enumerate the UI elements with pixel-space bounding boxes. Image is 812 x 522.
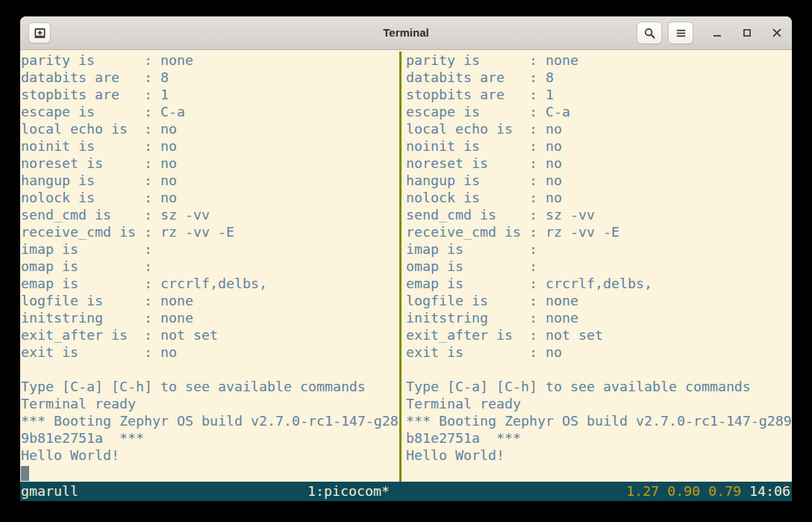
terminal-screen[interactable]: parity is : none databits are : 8 stopbi…: [20, 50, 792, 501]
search-button[interactable]: [637, 22, 662, 44]
pane-left-output[interactable]: parity is : none databits are : 8 stopbi…: [21, 52, 400, 464]
load-average: 1.27 0.90 0.79: [626, 483, 741, 499]
tmux-status-bar: gmarull 1:picocom* 1.27 0.90 0.7914:06: [20, 482, 792, 501]
titlebar-controls: [637, 22, 789, 44]
search-icon: [643, 27, 656, 40]
maximize-icon: [741, 27, 753, 39]
terminal-cursor: [21, 466, 29, 481]
status-right: 1.27 0.90 0.7914:06: [626, 482, 790, 500]
clock: 14:06: [749, 483, 790, 499]
minimize-button[interactable]: [705, 22, 729, 43]
titlebar[interactable]: Terminal: [20, 16, 792, 50]
pane-right-output[interactable]: parity is : none databits are : 8 stopbi…: [406, 52, 792, 464]
maximize-button[interactable]: [735, 22, 759, 43]
menu-button[interactable]: [668, 22, 693, 44]
terminal-window: Terminal: [20, 16, 792, 501]
minimize-icon: [711, 27, 723, 39]
window-list-item[interactable]: 1:picocom*: [307, 482, 390, 500]
session-name: gmarull: [21, 482, 78, 500]
close-icon: [771, 27, 783, 39]
hamburger-menu-icon: [675, 27, 687, 40]
close-button[interactable]: [765, 22, 789, 43]
pane-divider[interactable]: [399, 52, 402, 482]
